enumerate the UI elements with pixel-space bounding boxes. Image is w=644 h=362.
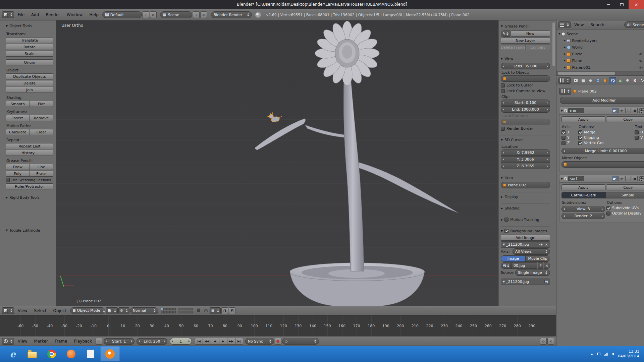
add-image-button[interactable]: Add Image: [501, 235, 550, 241]
subdivision-type-toggle[interactable]: Catmull-Clark Simple: [561, 192, 644, 198]
shading-dropdown[interactable]: [106, 307, 118, 314]
visibility-eye-icon[interactable]: [639, 53, 643, 56]
mirror-v-checkbox[interactable]: V: [635, 135, 644, 140]
auto-keyframe-button[interactable]: [275, 338, 281, 345]
layer-toggle[interactable]: [167, 311, 170, 313]
tab-texture[interactable]: [631, 77, 638, 84]
tab-object[interactable]: [602, 77, 609, 84]
layer-toggle[interactable]: [170, 311, 173, 313]
taskbar-explorer-button[interactable]: [23, 347, 42, 361]
lens-slider[interactable]: Lens: 35.000: [501, 63, 550, 69]
opengl-render-button[interactable]: ◨: [221, 307, 228, 314]
vertex-groups-checkbox[interactable]: Vertex Gro: [578, 141, 633, 145]
properties-editor-selector[interactable]: [558, 77, 571, 84]
layer-toggle[interactable]: [173, 311, 176, 313]
move-down-button[interactable]: ▼: [639, 111, 644, 113]
breadcrumb-browse-selector[interactable]: [559, 88, 571, 95]
insert-keyframe-button[interactable]: ◇: [540, 338, 547, 345]
layer-toggle[interactable]: [190, 311, 193, 313]
gp-line-button[interactable]: Line: [30, 164, 54, 170]
menu-add[interactable]: Add: [28, 12, 42, 17]
timeline-current-frame-cursor[interactable]: [110, 315, 110, 337]
gp-draw-button[interactable]: Draw: [6, 164, 30, 170]
layer-toggle[interactable]: [181, 311, 183, 313]
lock-to-cursor-checkbox[interactable]: Lock to Cursor: [501, 83, 550, 87]
taskbar-blender-button[interactable]: [101, 347, 119, 361]
delete-keyframe-button[interactable]: ×: [547, 338, 554, 345]
3d-scene-canvas[interactable]: [56, 20, 498, 306]
layer-toggle[interactable]: [187, 311, 190, 313]
start-frame-field[interactable]: Start: 1: [104, 338, 135, 345]
panel-view[interactable]: ▼ View: [501, 55, 550, 62]
image-name-field[interactable]: 00.jpg: [511, 262, 537, 269]
panel-grease-pencil[interactable]: ▼ Grease Pencil: [501, 22, 550, 30]
expand-icon[interactable]: ▶: [564, 66, 566, 69]
mirror-u-checkbox[interactable]: U: [635, 130, 644, 134]
tab-modifiers[interactable]: [609, 77, 616, 84]
gp-poly-button[interactable]: Poly: [6, 171, 30, 177]
modifier-cage-toggle-icon[interactable]: [632, 176, 638, 181]
layer-toggle[interactable]: [161, 311, 164, 313]
outliner-menu-search[interactable]: Search: [587, 22, 607, 27]
next-keyframe-button[interactable]: ▶▶: [227, 338, 235, 345]
source-dropdown[interactable]: Single Image: [515, 269, 550, 276]
tab-material[interactable]: [624, 77, 631, 84]
snap-magnet-icon[interactable]: [204, 309, 208, 312]
menu-file[interactable]: File: [15, 12, 28, 17]
expand-icon[interactable]: ▶: [564, 46, 566, 49]
keying-set-field[interactable]: ◇: [282, 338, 319, 345]
merge-limit-slider[interactable]: Merge Limit: 0.001000: [561, 148, 644, 154]
modifier-name-field[interactable]: rror: [568, 108, 584, 113]
outliner-row-plane[interactable]: ▶ Plane: [558, 57, 644, 64]
scrollbar-thumb[interactable]: [558, 72, 615, 75]
catmull-clark-option[interactable]: Catmull-Clark: [562, 192, 606, 198]
cursor-x-field[interactable]: X: 7.9952: [501, 149, 550, 156]
layer-toggle[interactable]: [181, 308, 183, 310]
screen-layout-selector[interactable]: Default: [102, 11, 142, 18]
scale-button[interactable]: Scale: [6, 51, 53, 57]
visibility-eye-icon[interactable]: [639, 66, 643, 69]
menu-view[interactable]: View: [15, 308, 30, 313]
movie-clip-tab[interactable]: Movie Clip: [525, 256, 550, 261]
tab-world[interactable]: [594, 77, 601, 84]
viewport-3d[interactable]: User Ortho (1) Plane.002 ▼ Grease Pencil…: [56, 20, 556, 306]
view-subdivisions-field[interactable]: View: 3: [561, 206, 605, 212]
cursor-y-field[interactable]: Y: 3.3866: [501, 156, 550, 163]
layer-toggle[interactable]: [178, 308, 180, 310]
clip-end-slider[interactable]: End: 1000.000: [501, 106, 550, 113]
modifier-viewport-toggle-icon[interactable]: [619, 108, 624, 113]
volume-icon[interactable]: [612, 353, 614, 355]
expand-icon[interactable]: ▶: [564, 53, 566, 55]
merge-checkbox[interactable]: Merge: [578, 130, 633, 134]
titlebar[interactable]: Blender* [C:\Users\Roldan\Desktop\Blende…: [0, 0, 644, 9]
menu-frame[interactable]: Frame: [52, 339, 70, 344]
render-subdivisions-field[interactable]: Render: 2: [561, 213, 605, 219]
layer-toggle[interactable]: [161, 308, 164, 310]
close-button[interactable]: ×: [629, 0, 644, 9]
n-panel-scrollbar[interactable]: [552, 22, 555, 66]
action-center-icon[interactable]: [597, 353, 600, 355]
panel-item[interactable]: ▼ Item: [501, 174, 550, 181]
background-image-entry[interactable]: ▼ _211200.jpg ×: [501, 241, 550, 248]
sync-dropdown[interactable]: No Sync: [245, 338, 274, 345]
apply-modifier-button[interactable]: Apply: [561, 184, 605, 190]
show-hidden-icons-button[interactable]: ▲: [591, 353, 593, 356]
layer-toggle[interactable]: [170, 308, 173, 310]
gp-new-button[interactable]: New: [511, 31, 550, 37]
outliner-scrollbar[interactable]: [556, 71, 644, 75]
outliner-editor-selector[interactable]: [558, 21, 571, 28]
checkbox-icon[interactable]: [504, 229, 508, 233]
menu-window[interactable]: Window: [64, 12, 86, 17]
timeline-editor-selector[interactable]: [2, 338, 14, 345]
add-layout-button[interactable]: +: [143, 11, 149, 18]
modifier-editmode-toggle-icon[interactable]: [625, 176, 631, 181]
layer-toggle[interactable]: [184, 311, 186, 313]
mode-dropdown[interactable]: Object Mode: [70, 307, 105, 314]
gp-delete-frame-button[interactable]: Delete Frame: [501, 44, 526, 50]
layer-toggle[interactable]: [184, 308, 186, 310]
layer-toggle[interactable]: [190, 308, 193, 310]
current-frame-field[interactable]: 1: [170, 338, 192, 345]
panel-shading[interactable]: ▶ Shading: [501, 204, 550, 212]
snap-element-dropdown[interactable]: ▦: [210, 307, 221, 314]
copy-modifier-button[interactable]: Copy: [606, 184, 644, 190]
